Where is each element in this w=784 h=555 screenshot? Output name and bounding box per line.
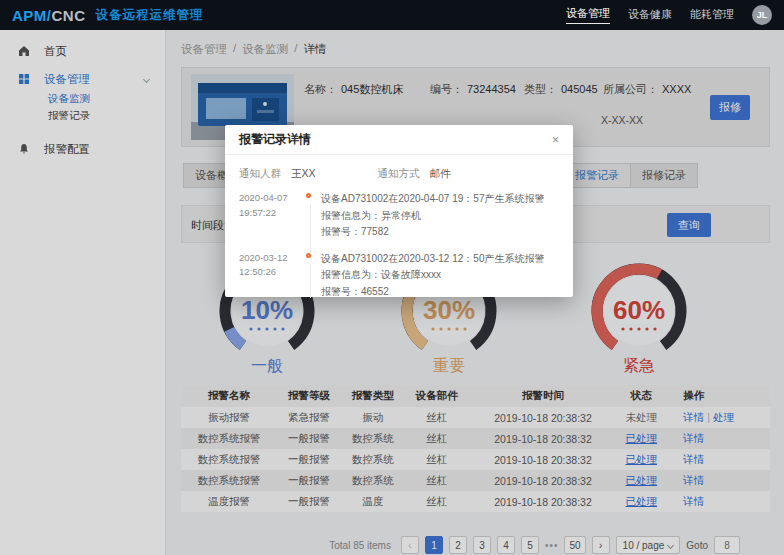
time-range-label: 时间段: bbox=[191, 218, 227, 233]
modal-body: 通知人群 王XX 通知方式 邮件 2020-04-07 19:57:22 设备A… bbox=[225, 155, 573, 300]
svg-text:60%: 60% bbox=[613, 295, 665, 325]
table-cell: 2019-10-18 20:38:32 bbox=[469, 449, 617, 470]
alarm-detail-modal: 报警记录详情 × 通知人群 王XX 通知方式 邮件 2020-04-07 19:… bbox=[225, 125, 573, 297]
breadcrumb-separator: / bbox=[294, 42, 297, 57]
table-cell: 数控系统 bbox=[341, 428, 405, 449]
col-status: 状态 bbox=[617, 385, 665, 407]
status-badge[interactable]: 已处理 bbox=[617, 428, 665, 449]
nav-energy-management[interactable]: 能耗管理 bbox=[690, 7, 734, 24]
record-date: 2020-04-07 bbox=[239, 191, 303, 206]
field-value: XXXX bbox=[662, 83, 691, 95]
col-alarm-level: 报警等级 bbox=[277, 385, 341, 407]
top-navbar: APM/CNC 设备远程运维管理 设备管理 设备健康 能耗管理 JL bbox=[0, 0, 784, 30]
last-page-button[interactable]: 50 bbox=[564, 536, 585, 554]
table-cell: 振动 bbox=[341, 407, 405, 428]
record-line: 报警号：77582 bbox=[321, 224, 559, 241]
pagination-total: Total 85 items bbox=[329, 540, 391, 551]
timeline-marker bbox=[303, 191, 321, 241]
record-timestamp: 2020-04-07 19:57:22 bbox=[239, 191, 303, 241]
alarm-record: 2020-04-07 19:57:22 设备AD731002在2020-04-0… bbox=[239, 191, 559, 241]
table-cell: 一般报警 bbox=[277, 491, 341, 512]
sidebar-item-device-management[interactable]: 设备管理 bbox=[0, 68, 165, 90]
timeline-marker bbox=[303, 251, 321, 301]
search-button[interactable]: 查询 bbox=[667, 213, 711, 237]
app-logo: APM/CNC bbox=[12, 7, 86, 24]
page-button[interactable]: 4 bbox=[497, 536, 515, 554]
prev-page-button[interactable]: ‹ bbox=[401, 536, 419, 554]
timeline-dot-icon bbox=[306, 253, 311, 258]
col-actions: 操作 bbox=[665, 385, 770, 407]
actions-cell: 详情 bbox=[665, 428, 770, 449]
record-time: 19:57:22 bbox=[239, 206, 303, 221]
sidebar-item-label: 报警配置 bbox=[44, 142, 90, 157]
record-content: 设备AD731002在2020-03-12 12：50产生系统报警 报警信息为：… bbox=[321, 251, 559, 301]
goto-label: Goto bbox=[686, 540, 708, 551]
pagination: Total 85 items ‹ 12345 ••• 50 › 10 / pag… bbox=[181, 536, 770, 554]
detail-link[interactable]: 详情 bbox=[683, 453, 704, 465]
detail-link[interactable]: 详情 bbox=[683, 411, 704, 423]
record-timestamp: 2020-03-12 12:50:26 bbox=[239, 251, 303, 301]
status-badge[interactable]: 已处理 bbox=[617, 449, 665, 470]
sidebar-item-home[interactable]: 首页 bbox=[0, 40, 165, 62]
avatar[interactable]: JL bbox=[752, 5, 772, 25]
table-cell: 丝杠 bbox=[405, 491, 469, 512]
detail-link[interactable]: 详情 bbox=[683, 432, 704, 444]
alarm-record: 2020-03-12 12:50:26 设备AD731002在2020-03-1… bbox=[239, 251, 559, 301]
field-value: 045045 bbox=[561, 83, 598, 95]
page-button[interactable]: 2 bbox=[449, 536, 467, 554]
field-value: 73244354 bbox=[467, 83, 516, 95]
timeline-line bbox=[310, 264, 311, 299]
table-row: 数控系统报警一般报警数控系统丝杠2019-10-18 20:38:32已处理详情 bbox=[181, 449, 770, 470]
next-page-button[interactable]: › bbox=[592, 536, 610, 554]
nav-device-management[interactable]: 设备管理 bbox=[566, 6, 610, 24]
device-type-field: 类型：045045 bbox=[524, 82, 598, 97]
modal-title: 报警记录详情 bbox=[239, 131, 311, 148]
page-size-select[interactable]: 10 / page bbox=[616, 536, 681, 554]
gauge-urgent: 60% 紧急 bbox=[579, 255, 699, 383]
handle-link[interactable]: 处理 bbox=[713, 411, 734, 423]
tab-repair-records[interactable]: 报修记录 bbox=[630, 163, 698, 188]
sidebar-item-device-monitor[interactable]: 设备监测 bbox=[0, 90, 165, 107]
sidebar: 首页 设备管理 设备监测 报警记录 报警配置 bbox=[0, 30, 166, 555]
close-icon[interactable]: × bbox=[552, 134, 559, 146]
sidebar-item-label: 首页 bbox=[44, 44, 67, 59]
table-cell: 2019-10-18 20:38:32 bbox=[469, 428, 617, 449]
breadcrumb-separator: / bbox=[233, 42, 236, 57]
detail-link[interactable]: 详情 bbox=[683, 495, 704, 507]
page-button[interactable]: 1 bbox=[425, 536, 443, 554]
col-alarm-time: 报警时间 bbox=[469, 385, 617, 407]
app-title: 设备远程运维管理 bbox=[96, 7, 204, 24]
sidebar-item-alarm-records[interactable]: 报警记录 bbox=[0, 107, 165, 124]
breadcrumb-current: 详情 bbox=[303, 42, 326, 57]
repair-button[interactable]: 报修 bbox=[710, 95, 750, 120]
page-buttons: 12345 bbox=[425, 536, 539, 554]
page-button[interactable]: 3 bbox=[473, 536, 491, 554]
status-badge[interactable]: 已处理 bbox=[617, 470, 665, 491]
tab-alarm-records[interactable]: 报警记录 bbox=[563, 163, 631, 188]
chevron-down-icon bbox=[667, 541, 674, 548]
table-cell: 丝杠 bbox=[405, 428, 469, 449]
nav-device-health[interactable]: 设备健康 bbox=[628, 7, 672, 24]
breadcrumb-item[interactable]: 设备管理 bbox=[181, 42, 227, 57]
field-label: 编号： bbox=[430, 83, 463, 95]
record-line: 报警信息为：设备故障xxxx bbox=[321, 267, 559, 284]
goto-page-input[interactable] bbox=[714, 536, 740, 554]
record-time: 12:50:26 bbox=[239, 265, 303, 280]
logo-cnc: CNC bbox=[52, 7, 86, 24]
detail-link[interactable]: 详情 bbox=[683, 474, 704, 486]
table-cell: 数控系统 bbox=[341, 449, 405, 470]
field-label: 类型： bbox=[524, 83, 557, 95]
alarm-table: 报警名称 报警等级 报警类型 设备部件 报警时间 状态 操作 振动报警紧急报警振… bbox=[181, 385, 770, 512]
table-cell: 丝杠 bbox=[405, 470, 469, 491]
field-value: 045数控机床 bbox=[341, 83, 403, 95]
status-badge: 未处理 bbox=[617, 407, 665, 428]
alarm-config-icon bbox=[18, 143, 30, 155]
sidebar-item-alarm-config[interactable]: 报警配置 bbox=[0, 138, 165, 160]
sidebar-item-label: 设备管理 bbox=[44, 72, 90, 87]
status-badge[interactable]: 已处理 bbox=[617, 491, 665, 512]
table-row: 数控系统报警一般报警数控系统丝杠2019-10-18 20:38:32已处理详情 bbox=[181, 428, 770, 449]
page-button[interactable]: 5 bbox=[521, 536, 539, 554]
breadcrumb-item[interactable]: 设备监测 bbox=[242, 42, 288, 57]
notify-method-value: 邮件 bbox=[430, 167, 451, 181]
table-cell: 温度报警 bbox=[181, 491, 277, 512]
